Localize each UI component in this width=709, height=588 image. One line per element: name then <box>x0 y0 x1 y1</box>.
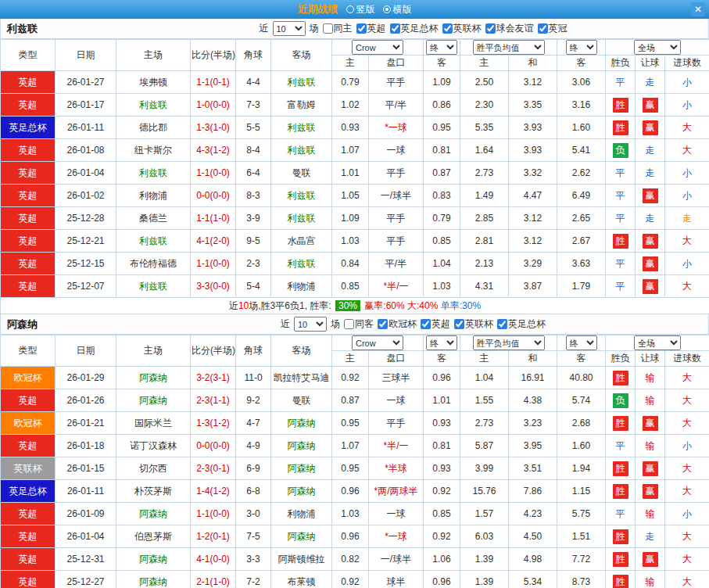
league-filter-checkbox[interactable] <box>421 319 431 329</box>
scope-filter[interactable]: 同客 <box>344 317 374 331</box>
match-row: 英超26-01-17利兹联1-0(0-0)7-3富勒姆1.02平/半0.862.… <box>1 94 709 117</box>
recent-count-select[interactable]: 10 <box>294 317 327 332</box>
league-filter[interactable]: 英足总杯 <box>390 22 439 35</box>
bookmaker-select[interactable]: Crow <box>352 40 403 55</box>
odds-draw: 3.29 <box>509 253 557 275</box>
odds-lose: 2.68 <box>557 412 606 435</box>
result-mark: 平 <box>616 167 625 178</box>
ah-home-odds: 0.95 <box>332 412 369 435</box>
league-filter-label: 英联杯 <box>453 22 482 35</box>
odds-win: 5.87 <box>460 435 509 457</box>
ah-stage-select[interactable]: 终 <box>426 40 457 55</box>
odds-draw: 3.87 <box>509 275 557 298</box>
league-filter[interactable]: 英联杯 <box>454 317 493 331</box>
match-date: 26-01-08 <box>56 139 116 162</box>
odds-draw: 4.50 <box>509 525 557 548</box>
match-scope-select-cell: 全场 <box>606 40 709 56</box>
layout-option-vertical[interactable]: 竖版 <box>346 3 375 16</box>
col-header: 角球 <box>236 40 271 71</box>
match-result: 胜 <box>606 525 636 548</box>
match-result: 胜 <box>606 571 636 588</box>
recent-count-select[interactable]: 10 <box>273 21 306 36</box>
odds-stage-select-cell: 终 <box>557 40 606 56</box>
league-filter-checkbox[interactable] <box>378 319 388 329</box>
odds-win: 1.39 <box>460 548 509 571</box>
corner-count: 7-2 <box>236 571 271 588</box>
league-filter-checkbox[interactable] <box>497 319 507 329</box>
sub-col-header: 客 <box>557 56 606 71</box>
league-filter[interactable]: 英冠 <box>538 22 568 35</box>
match-result: 胜 <box>606 548 636 571</box>
ah-away-odds: 0.96 <box>424 367 460 389</box>
match-row: 英超26-01-04伯恩茅斯1-2(0-1)7-5阿森纳0.96*一球0.926… <box>1 525 709 548</box>
league-filter-checkbox[interactable] <box>485 23 496 34</box>
handicap-result: 赢 <box>636 480 665 503</box>
odds-stage-select[interactable]: 终 <box>566 40 597 55</box>
corner-count: 6-9 <box>236 457 271 480</box>
odds-win: 6.03 <box>460 525 509 548</box>
scope-filter-checkbox[interactable] <box>344 319 354 329</box>
odds-draw: 3.12 <box>509 207 557 230</box>
handicap-result: 走 <box>636 71 665 94</box>
league-badge: 英超 <box>1 389 56 412</box>
result-mark: 胜 <box>613 484 628 499</box>
avg-odds-select[interactable]: 胜平负均值 <box>473 40 545 55</box>
summary-part: 赢率:60% <box>362 300 405 311</box>
corner-count: 5-5 <box>236 117 271 139</box>
score: 1-3(1-2) <box>191 412 236 435</box>
match-scope-select[interactable]: 全场 <box>634 335 681 350</box>
handicap-mark: 赢 <box>643 279 658 294</box>
odds-lose: 1.60 <box>557 117 606 139</box>
result-mark: 平 <box>616 190 625 201</box>
match-row: 英超25-12-15布伦特福德1-1(0-0)2-3利兹联0.84平/半1.04… <box>1 253 709 275</box>
scope-filter[interactable]: 同主 <box>323 22 353 35</box>
ah-home-odds: 0.92 <box>332 367 369 389</box>
close-icon[interactable]: ✕ <box>691 2 705 16</box>
layout-option-horizontal[interactable]: 横版 <box>383 3 412 16</box>
goals-result: 大 <box>665 548 709 571</box>
league-filter[interactable]: 英超 <box>421 317 450 331</box>
goals-mark: 大 <box>682 122 692 133</box>
recent-label: 近 <box>260 22 269 35</box>
odds-draw: 3.93 <box>509 117 557 139</box>
league-filter[interactable]: 球会友谊 <box>485 22 534 35</box>
league-filter-checkbox[interactable] <box>442 23 453 34</box>
league-filter-checkbox[interactable] <box>390 23 400 34</box>
ah-stage-select[interactable]: 终 <box>426 335 457 350</box>
scope-filter-checkbox[interactable] <box>323 23 333 34</box>
league-filter[interactable]: 英超 <box>356 22 386 35</box>
odds-stage-select[interactable]: 终 <box>566 335 597 350</box>
odds-win: 2.50 <box>460 71 509 94</box>
league-filter-checkbox[interactable] <box>356 23 367 34</box>
league-badge: 英超 <box>1 275 56 298</box>
league-filter[interactable]: 英联杯 <box>442 22 482 35</box>
match-result: 负 <box>606 389 636 412</box>
bookmaker-select[interactable]: Crow <box>352 335 403 350</box>
odds-win: 2.81 <box>460 230 509 253</box>
league-badge: 英超 <box>1 435 56 457</box>
away-team: 阿森纳 <box>271 480 332 503</box>
avg-odds-select[interactable]: 胜平负均值 <box>473 335 545 350</box>
match-row: 英超26-01-04利兹联1-1(0-0)6-4曼联1.01平手0.872.73… <box>1 162 709 185</box>
match-result: 胜 <box>606 94 636 117</box>
match-date: 26-01-11 <box>56 117 116 139</box>
match-date: 26-01-27 <box>56 71 116 94</box>
avg-odds-select-cell: 胜平负均值 <box>460 335 557 351</box>
radio-icon[interactable] <box>346 5 354 13</box>
league-filter-checkbox[interactable] <box>454 319 464 329</box>
summary-part: 场,胜3平6负1, 胜率: <box>249 300 334 311</box>
goals-result: 大 <box>665 117 709 139</box>
league-filter[interactable]: 欧冠杯 <box>378 317 417 331</box>
league-filter-label: 英超 <box>367 22 386 35</box>
ah-home-odds: 0.95 <box>332 457 369 480</box>
radio-icon[interactable] <box>383 5 391 13</box>
result-mark: 胜 <box>613 461 628 476</box>
home-team: 切尔西 <box>116 457 191 480</box>
league-filter-checkbox[interactable] <box>538 23 548 34</box>
odds-lose: 2.67 <box>557 230 606 253</box>
match-date: 26-01-15 <box>56 457 116 480</box>
league-filter[interactable]: 英足总杯 <box>497 317 546 331</box>
goals-result: 小 <box>665 162 709 185</box>
sections-container: 利兹联近10场同主英超英足总杯英联杯球会友谊英冠类型日期主场比分(半场)角球客场… <box>0 19 709 588</box>
match-scope-select[interactable]: 全场 <box>634 40 681 55</box>
